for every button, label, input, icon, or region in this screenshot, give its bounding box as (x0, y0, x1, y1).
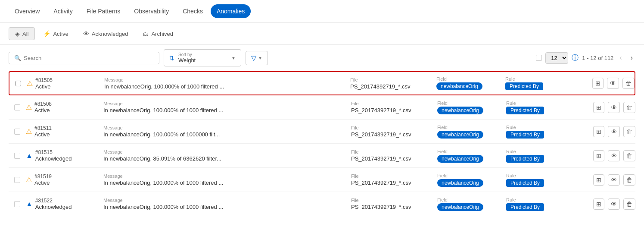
row-status: Acknowledged (35, 155, 72, 162)
detail-button[interactable]: ⊞ (593, 102, 604, 113)
message-label: Message (103, 125, 351, 130)
tab-active-label: Active (53, 31, 68, 37)
file-label: File (350, 77, 436, 82)
sort-button[interactable]: ⇅ Sort by Weight ▼ (164, 49, 241, 66)
help-icon: ⓘ (572, 54, 579, 63)
filter-button[interactable]: ▽ ▼ (246, 51, 268, 65)
detail-button[interactable]: ⊞ (593, 198, 604, 210)
rule-badge: Predicted By (506, 131, 544, 139)
row-checkbox-1[interactable] (9, 104, 26, 110)
row-rule-col: Rule Predicted By (506, 149, 592, 163)
table-row: ▲ #81522 Acknowledged Message In newbala… (9, 192, 635, 216)
checkbox-unchecked[interactable] (14, 201, 20, 207)
field-label: Field (437, 173, 506, 178)
nav-file-patterns[interactable]: File Patterns (81, 4, 127, 18)
detail-button[interactable]: ⊞ (593, 174, 604, 186)
row-checkbox-3[interactable] (9, 153, 26, 159)
row-id: #81519 (34, 173, 52, 180)
tab-all[interactable]: ◈ All (9, 27, 35, 40)
row-actions: ⊞ 👁 🗑 (592, 198, 635, 210)
checkbox-input[interactable] (16, 81, 21, 86)
delete-button[interactable]: 🗑 (623, 198, 635, 210)
row-checkbox-5[interactable] (9, 201, 26, 207)
nav-observability[interactable]: Observability (128, 4, 175, 18)
row-checkbox-0[interactable] (9, 81, 27, 86)
tab-active[interactable]: ⚡ Active (37, 27, 75, 40)
checkbox-unchecked[interactable] (14, 177, 20, 183)
table-row: ▲ #81515 Acknowledged Message In newbala… (9, 144, 635, 168)
row-message-col: Message In newbalanceOrig, 100.000% of 1… (104, 77, 350, 90)
message-value: In newbalanceOrig, 100.000% of 1000 filt… (103, 204, 351, 210)
nav-anomalies[interactable]: Anomalies (211, 4, 251, 18)
view-button[interactable]: 👁 (608, 198, 620, 210)
field-badge: newbalanceOrig (436, 82, 482, 90)
message-value: In newbalanceOrig, 100.000% of 1000000 f… (103, 131, 351, 138)
nav-checks[interactable]: Checks (177, 4, 209, 18)
row-actions: ⊞ 👁 🗑 (592, 102, 635, 113)
field-badge: newbalanceOrig (437, 155, 483, 163)
checkbox-unchecked[interactable] (14, 153, 20, 159)
archived-icon: 🗂 (143, 30, 149, 37)
next-page-button[interactable]: › (628, 53, 635, 63)
search-box[interactable]: 🔍 (9, 52, 159, 64)
row-status: Active (34, 180, 52, 186)
search-icon: 🔍 (14, 55, 21, 61)
page-size-select[interactable]: 12 25 50 (545, 52, 568, 64)
row-checkbox-4[interactable] (9, 177, 26, 183)
view-button[interactable]: 👁 (608, 126, 620, 137)
message-value: In newbalanceOrig, 100.000% of 1000 filt… (103, 180, 351, 186)
row-message-col: Message In newbalanceOrig, 100.000% of 1… (103, 101, 351, 113)
select-all-checkbox[interactable] (536, 55, 542, 61)
tab-acknowledged[interactable]: 👁 Acknowledged (77, 27, 135, 40)
tab-archived[interactable]: 🗂 Archived (136, 27, 180, 40)
row-file-col: File PS_20174392719_*.csv (351, 173, 437, 186)
row-actions: ⊞ 👁 🗑 (592, 126, 635, 137)
view-button[interactable]: 👁 (608, 150, 620, 161)
detail-button[interactable]: ⊞ (593, 150, 604, 161)
file-value: PS_20174392719_*.csv (351, 155, 437, 162)
file-value: PS_20174392719_*.csv (351, 131, 437, 138)
delete-button[interactable]: 🗑 (623, 174, 635, 186)
tab-archived-label: Archived (151, 31, 173, 37)
active-status-icon: ⚠ (27, 79, 33, 88)
nav-overview[interactable]: Overview (9, 4, 46, 18)
rule-label: Rule (506, 173, 592, 178)
sort-value: Weight (178, 57, 196, 63)
row-id: #81515 (35, 149, 72, 155)
toolbar-right: 12 25 50 ⓘ 1 - 12 of 112 ‹ › (536, 52, 635, 64)
message-label: Message (103, 198, 351, 203)
detail-button[interactable]: ⊞ (592, 78, 604, 89)
view-button[interactable]: 👁 (608, 102, 620, 113)
prev-page-button[interactable]: ‹ (617, 53, 624, 63)
table-row: ⚠ #81511 Active Message In newbalanceOri… (9, 120, 635, 144)
delete-button[interactable]: 🗑 (623, 126, 635, 137)
active-icon: ⚡ (43, 30, 50, 37)
row-status: Active (34, 107, 52, 113)
all-icon: ◈ (15, 30, 20, 37)
rule-badge: Predicted By (506, 155, 544, 163)
table-row: ⚠ #81505 Active Message In newbalanceOri… (9, 71, 635, 95)
checkbox-unchecked[interactable] (14, 104, 20, 110)
field-label: Field (437, 149, 506, 154)
row-field-col: Field newbalanceOrig (436, 76, 505, 90)
view-button[interactable]: 👁 (608, 174, 620, 186)
delete-button[interactable]: 🗑 (623, 102, 635, 113)
row-field-col: Field newbalanceOrig (437, 197, 506, 211)
field-label: Field (437, 101, 506, 106)
row-id-status: ⚠ #81505 Active (27, 77, 104, 90)
row-status: Active (35, 83, 53, 90)
message-value: In newbalanceOrig, 100.000% of 1000 filt… (104, 83, 350, 90)
detail-button[interactable]: ⊞ (593, 126, 604, 137)
delete-button[interactable]: 🗑 (623, 150, 635, 161)
row-actions: ⊞ 👁 🗑 (592, 174, 635, 186)
checkbox-unchecked[interactable] (14, 129, 20, 135)
view-button[interactable]: 👁 (607, 78, 619, 89)
search-input[interactable] (24, 55, 154, 61)
field-label: Field (437, 197, 506, 202)
row-checkbox-2[interactable] (9, 129, 26, 135)
nav-activity[interactable]: Activity (47, 4, 78, 18)
message-label: Message (104, 77, 350, 82)
delete-button[interactable]: 🗑 (622, 78, 635, 89)
active-status-icon: ⚠ (26, 127, 32, 135)
row-file-col: File PS_20174392719_*.csv (351, 149, 437, 162)
